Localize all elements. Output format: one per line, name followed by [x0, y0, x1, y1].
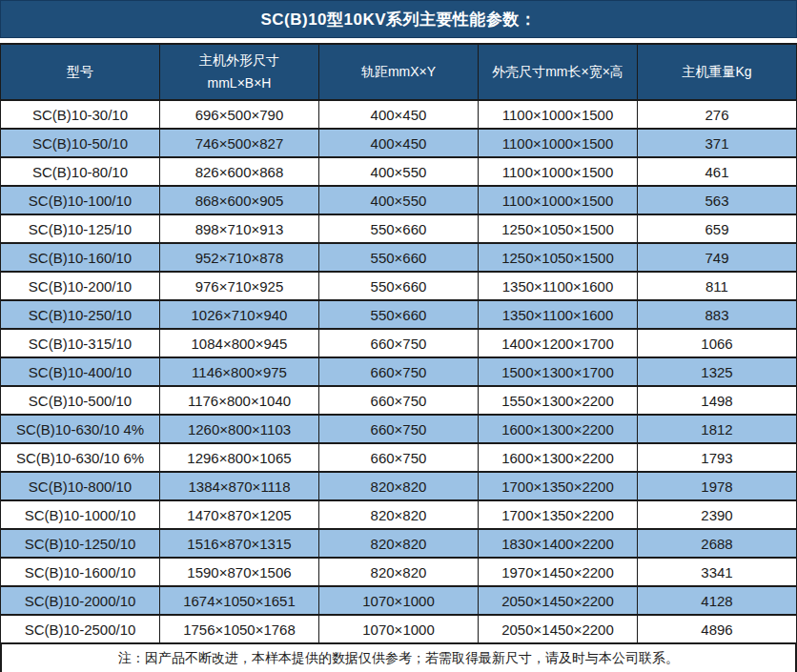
shell-size-cell: 1250×1050×1500	[479, 243, 638, 272]
shell-size-cell: 1350×1100×1600	[479, 300, 638, 329]
weight-cell: 811	[638, 272, 797, 300]
rail-gauge-cell: 820×820	[319, 529, 479, 558]
shell-size-cell: 1100×1000×1500	[479, 100, 638, 129]
rail-gauge-cell: 660×750	[319, 386, 479, 415]
dimensions-cell: 1674×1050×1651	[160, 586, 319, 615]
weight-cell: 1066	[638, 329, 797, 357]
table-row: SC(B)10-2000/101674×1050×16511070×100020…	[1, 586, 797, 615]
model-cell: SC(B)10-630/10 4%	[1, 415, 160, 443]
shell-size-cell: 1700×1350×2200	[479, 472, 638, 500]
table-row: SC(B)10-1600/101590×870×1506820×8201970×…	[1, 558, 797, 586]
model-cell: SC(B)10-2000/10	[1, 586, 160, 615]
table-body: SC(B)10-30/10696×500×790400×4501100×1000…	[1, 100, 797, 643]
dimensions-cell: 1756×1050×1768	[160, 615, 319, 643]
dimensions-cell: 898×710×913	[160, 214, 319, 243]
shell-size-cell: 1400×1200×1700	[479, 329, 638, 357]
rail-gauge-cell: 400×450	[319, 129, 479, 157]
table-row: SC(B)10-500/101176×800×1040660×7501550×1…	[1, 386, 797, 415]
spec-table: 型号主机外形尺寸 mmL×B×H轨距mmX×Y外壳尺寸mm长×宽×高主机重量Kg…	[0, 43, 797, 644]
rail-gauge-cell: 660×750	[319, 329, 479, 357]
table-row: SC(B)10-800/101384×870×1118820×8201700×1…	[1, 472, 797, 500]
weight-cell: 276	[638, 100, 797, 129]
table-row: SC(B)10-630/10 6%1296×800×1065660×750160…	[1, 443, 797, 472]
shell-size-cell: 2050×1450×2200	[479, 615, 638, 643]
shell-size-cell: 1970×1450×2200	[479, 558, 638, 586]
model-cell: SC(B)10-100/10	[1, 186, 160, 214]
weight-cell: 1325	[638, 357, 797, 386]
model-cell: SC(B)10-250/10	[1, 300, 160, 329]
weight-cell: 563	[638, 186, 797, 214]
rail-gauge-cell: 550×660	[319, 214, 479, 243]
column-header-weight: 主机重量Kg	[638, 44, 797, 100]
table-row: SC(B)10-50/10746×500×827400×4501100×1000…	[1, 129, 797, 157]
dimensions-cell: 1296×800×1065	[160, 443, 319, 472]
shell-size-cell: 2050×1450×2200	[479, 586, 638, 615]
model-cell: SC(B)10-1250/10	[1, 529, 160, 558]
model-cell: SC(B)10-800/10	[1, 472, 160, 500]
rail-gauge-cell: 550×660	[319, 300, 479, 329]
weight-cell: 2688	[638, 529, 797, 558]
weight-cell: 749	[638, 243, 797, 272]
model-cell: SC(B)10-125/10	[1, 214, 160, 243]
shell-size-cell: 1100×1000×1500	[479, 129, 638, 157]
weight-cell: 1498	[638, 386, 797, 415]
model-cell: SC(B)10-400/10	[1, 357, 160, 386]
shell-size-cell: 1350×1100×1600	[479, 272, 638, 300]
shell-size-cell: 1830×1400×2200	[479, 529, 638, 558]
weight-cell: 2390	[638, 500, 797, 529]
table-row: SC(B)10-200/10976×710×925550×6601350×110…	[1, 272, 797, 300]
spec-sheet: SC(B)10型10KV系列主要性能参数： 型号主机外形尺寸 mmL×B×H轨距…	[0, 0, 797, 672]
table-row: SC(B)10-1000/101470×870×1205820×8201700×…	[1, 500, 797, 529]
shell-size-cell: 1100×1000×1500	[479, 157, 638, 186]
weight-cell: 659	[638, 214, 797, 243]
model-cell: SC(B)10-315/10	[1, 329, 160, 357]
model-cell: SC(B)10-2500/10	[1, 615, 160, 643]
rail-gauge-cell: 550×660	[319, 243, 479, 272]
weight-cell: 1793	[638, 443, 797, 472]
dimensions-cell: 976×710×925	[160, 272, 319, 300]
model-cell: SC(B)10-160/10	[1, 243, 160, 272]
column-header-model: 型号	[1, 44, 160, 100]
weight-cell: 883	[638, 300, 797, 329]
dimensions-cell: 1260×800×1103	[160, 415, 319, 443]
dimensions-cell: 696×500×790	[160, 100, 319, 129]
table-row: SC(B)10-80/10826×600×868400×5501100×1000…	[1, 157, 797, 186]
dimensions-cell: 746×500×827	[160, 129, 319, 157]
model-cell: SC(B)10-80/10	[1, 157, 160, 186]
rail-gauge-cell: 1070×1000	[319, 586, 479, 615]
table-row: SC(B)10-1250/101516×870×1315820×8201830×…	[1, 529, 797, 558]
rail-gauge-cell: 550×660	[319, 272, 479, 300]
table-row: SC(B)10-630/10 4%1260×800×1103660×750160…	[1, 415, 797, 443]
shell-size-cell: 1600×1300×2200	[479, 415, 638, 443]
rail-gauge-cell: 660×750	[319, 443, 479, 472]
dimensions-cell: 1084×800×945	[160, 329, 319, 357]
dimensions-cell: 826×600×868	[160, 157, 319, 186]
model-cell: SC(B)10-1600/10	[1, 558, 160, 586]
rail-gauge-cell: 1070×1000	[319, 615, 479, 643]
weight-cell: 1978	[638, 472, 797, 500]
shell-size-cell: 1600×1300×2200	[479, 443, 638, 472]
dimensions-cell: 1384×870×1118	[160, 472, 319, 500]
dimensions-cell: 1026×710×940	[160, 300, 319, 329]
table-row: SC(B)10-100/10868×600×905400×5501100×100…	[1, 186, 797, 214]
shell-size-cell: 1700×1350×2200	[479, 500, 638, 529]
model-cell: SC(B)10-630/10 6%	[1, 443, 160, 472]
rail-gauge-cell: 820×820	[319, 500, 479, 529]
dimensions-cell: 1516×870×1315	[160, 529, 319, 558]
rail-gauge-cell: 660×750	[319, 415, 479, 443]
column-header-shell-size: 外壳尺寸mm长×宽×高	[479, 44, 638, 100]
dimensions-cell: 1146×800×975	[160, 357, 319, 386]
model-cell: SC(B)10-200/10	[1, 272, 160, 300]
rail-gauge-cell: 660×750	[319, 357, 479, 386]
column-header-rail-gauge: 轨距mmX×Y	[319, 44, 479, 100]
rail-gauge-cell: 820×820	[319, 472, 479, 500]
table-row: SC(B)10-125/10898×710×913550×6601250×105…	[1, 214, 797, 243]
dimensions-cell: 952×710×878	[160, 243, 319, 272]
rail-gauge-cell: 400×550	[319, 157, 479, 186]
table-row: SC(B)10-160/10952×710×878550×6601250×105…	[1, 243, 797, 272]
shell-size-cell: 1100×1000×1500	[479, 186, 638, 214]
shell-size-cell: 1500×1300×1700	[479, 357, 638, 386]
table-header: 型号主机外形尺寸 mmL×B×H轨距mmX×Y外壳尺寸mm长×宽×高主机重量Kg	[1, 44, 797, 100]
dimensions-cell: 1176×800×1040	[160, 386, 319, 415]
shell-size-cell: 1550×1300×2200	[479, 386, 638, 415]
